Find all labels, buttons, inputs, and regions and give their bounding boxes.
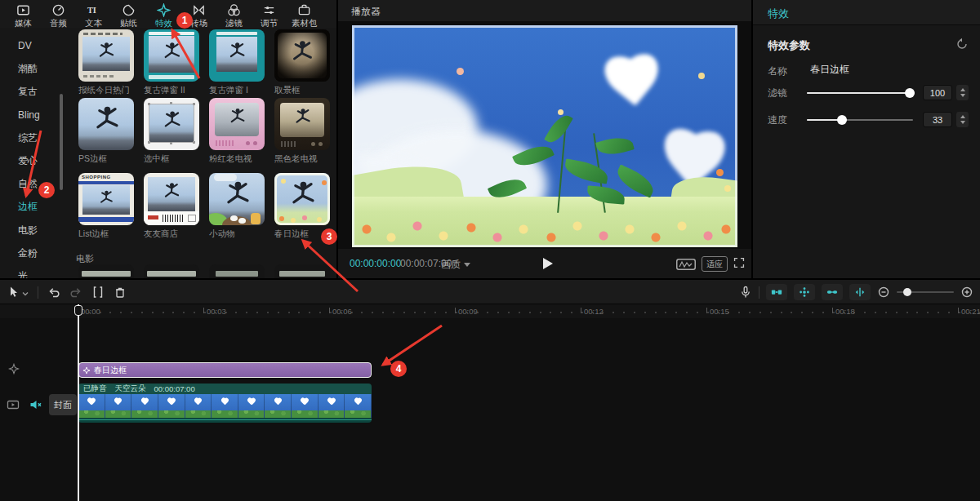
player-controls: 00:00:00:00 00:00:07:00 画质 适应 xyxy=(338,249,751,278)
sidebar-scrollbar[interactable] xyxy=(60,94,63,190)
play-button[interactable] xyxy=(540,255,556,272)
sidebar-item[interactable]: 自然 xyxy=(0,172,64,195)
sidebar-item[interactable]: 边框 xyxy=(0,195,64,218)
effect-thumbnail[interactable] xyxy=(209,173,265,225)
sidebar-item[interactable]: 复古 xyxy=(0,80,64,103)
effect-thumbnail[interactable] xyxy=(78,264,134,278)
effect-thumbnail-art xyxy=(82,37,130,71)
effect-thumbnail[interactable] xyxy=(78,29,134,82)
effect-thumbnail[interactable] xyxy=(144,98,199,150)
toolbar-item-6[interactable]: 转场 xyxy=(181,0,216,28)
zoom-out-icon[interactable] xyxy=(877,286,890,299)
zoom-in-icon[interactable] xyxy=(960,286,973,299)
heart-cloud-thumb xyxy=(300,397,309,405)
toolbar-item-7[interactable]: 滤镜 xyxy=(216,0,252,28)
link-toggle-button[interactable] xyxy=(822,284,843,300)
reset-icon[interactable] xyxy=(956,38,969,51)
timeline-zoom-slider[interactable] xyxy=(897,291,954,293)
sidebar-item[interactable]: 潮酷 xyxy=(0,57,64,80)
zoom-slider-thumb[interactable] xyxy=(903,288,911,296)
effect-thumbnail[interactable] xyxy=(209,29,265,82)
effect-thumbnail[interactable] xyxy=(78,98,134,150)
effect-thumbnail[interactable] xyxy=(144,173,199,225)
sidebar-item[interactable]: 爱心 xyxy=(0,149,64,172)
filmstrip-frame xyxy=(185,394,212,418)
stepper-down-icon[interactable] xyxy=(960,121,965,124)
param-slider[interactable] xyxy=(807,92,913,94)
delete-button[interactable] xyxy=(114,286,127,299)
fit-button[interactable]: 适应 xyxy=(702,256,728,272)
split-button[interactable] xyxy=(91,286,105,299)
undo-button[interactable] xyxy=(47,286,60,299)
toolbar-item-9[interactable]: 素材包 xyxy=(287,0,322,28)
effect-cell: 取景框 xyxy=(274,29,330,96)
effect-cell: 选中框 xyxy=(144,98,199,165)
select-tool-button[interactable] xyxy=(7,285,29,299)
toolbar-item-3[interactable]: TI文本 xyxy=(76,0,111,28)
record-mic-button[interactable] xyxy=(739,286,752,299)
fullscreen-icon[interactable] xyxy=(733,257,745,272)
heart-cloud-thumb xyxy=(167,397,176,405)
stepper-down-icon[interactable] xyxy=(960,94,965,97)
stepper-up-icon[interactable] xyxy=(960,88,965,91)
toolbar-item-5[interactable]: 特效 xyxy=(146,0,181,28)
flower xyxy=(302,215,307,220)
filmstrip-frame xyxy=(212,394,238,418)
effect-thumbnail[interactable] xyxy=(274,264,330,278)
slider-thumb[interactable] xyxy=(905,88,915,98)
effect-thumbnail[interactable]: SHOPPING xyxy=(78,173,134,225)
effects-row: 报纸今日热门复古弹窗 II复古弹窗 I取景框 xyxy=(78,29,330,96)
param-value: 33 xyxy=(923,112,952,127)
param-slider[interactable] xyxy=(807,119,913,121)
clip-name: 天空云朵 xyxy=(115,384,146,394)
sidebar-item[interactable]: Bling xyxy=(0,104,64,126)
slider-thumb[interactable] xyxy=(837,115,847,125)
cover-button[interactable]: 封面 xyxy=(49,394,77,415)
toolbar-item-2[interactable]: 音频 xyxy=(41,0,76,28)
sidebar-item[interactable]: 电影 xyxy=(0,219,64,242)
ruler-tick-label: 00:09 xyxy=(455,307,478,316)
timeline-ruler[interactable]: 00:0000:0300:0600:0900:1200:1500:1800:21 xyxy=(0,304,980,318)
param-stepper[interactable] xyxy=(956,112,969,127)
auto-snap-toggle-button[interactable] xyxy=(794,284,815,300)
cartoon-goose xyxy=(230,215,238,221)
quality-dropdown[interactable]: 画质 xyxy=(441,258,470,272)
effect-thumbnail[interactable] xyxy=(274,29,330,82)
redo-button[interactable] xyxy=(69,286,82,299)
sidebar-item[interactable]: 光 xyxy=(0,264,64,278)
sidebar-item[interactable]: DV xyxy=(0,34,64,57)
effect-thumbnail[interactable] xyxy=(209,264,265,278)
waveform-preview-button[interactable] xyxy=(676,259,696,270)
effect-thumbnail[interactable] xyxy=(274,173,330,225)
flower xyxy=(322,180,327,185)
toolbar-item-1[interactable]: 媒体 xyxy=(6,0,41,28)
stepper-up-icon[interactable] xyxy=(960,115,965,118)
sidebar-item[interactable]: 综艺 xyxy=(0,126,64,149)
chevron-down-icon xyxy=(22,285,29,299)
sidebar-item[interactable]: 金粉 xyxy=(0,242,64,264)
toolbar-item-8[interactable]: 调节 xyxy=(252,0,287,28)
effect-thumbnail-art xyxy=(82,185,130,215)
section-row: 特效参数 xyxy=(768,38,965,52)
effects-browser-panel: 媒体音频TI文本贴纸特效转场滤镜调节素材包 DV潮酷复古Bling综艺爱心自然边… xyxy=(0,0,336,278)
effect-thumbnail[interactable] xyxy=(144,264,199,278)
effect-thumbnail-art xyxy=(78,98,134,150)
effect-name-label: List边框 xyxy=(78,228,134,240)
magnet-toggle-button[interactable] xyxy=(766,284,787,300)
video-preview[interactable] xyxy=(352,25,737,247)
tab-effects[interactable]: 特效 xyxy=(768,7,789,21)
effect-thumbnail[interactable] xyxy=(144,29,199,82)
muted-speaker-icon[interactable] xyxy=(29,398,42,410)
filmstrip-frame xyxy=(265,394,292,418)
effect-clip[interactable]: 春日边框 xyxy=(78,362,372,378)
playhead-line[interactable] xyxy=(78,304,79,501)
timeline: 00:0000:0300:0600:0900:1200:1500:1800:21… xyxy=(0,280,980,501)
video-clip[interactable]: 已静音 天空云朵 00:00:07:00 xyxy=(78,384,372,423)
playhead-handle[interactable] xyxy=(74,305,82,316)
effect-thumbnail[interactable] xyxy=(209,98,265,150)
param-stepper[interactable] xyxy=(956,85,969,100)
toolbar-item-4[interactable]: 贴纸 xyxy=(111,0,146,28)
heart-cloud-thumb xyxy=(354,397,363,405)
preview-axis-toggle-button[interactable] xyxy=(849,284,871,300)
effect-thumbnail[interactable] xyxy=(274,98,330,150)
